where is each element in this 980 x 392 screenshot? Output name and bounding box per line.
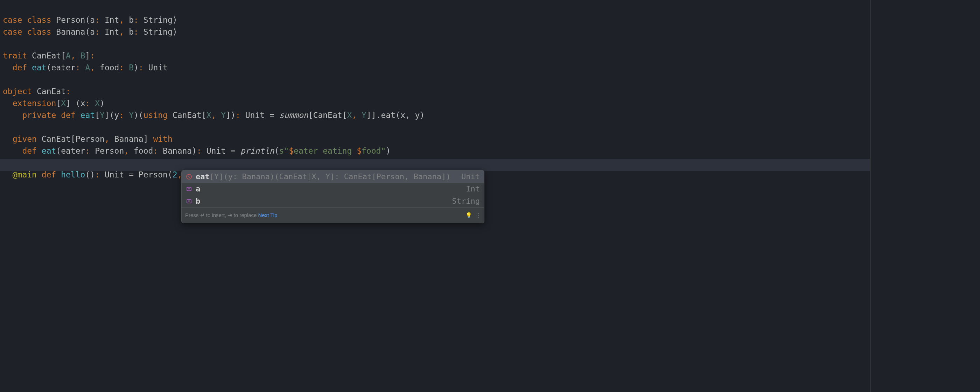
trait-name: CanEat	[32, 51, 61, 60]
type: Int	[105, 15, 119, 24]
type-param: A	[66, 51, 71, 60]
keyword: trait	[3, 51, 27, 60]
completion-label: b	[196, 195, 200, 207]
completion-type: Unit	[457, 171, 480, 183]
keyword: case	[3, 27, 22, 37]
summon-call: summon	[279, 111, 309, 120]
next-tip-link[interactable]: Next Tip	[258, 209, 277, 221]
completion-type: String	[448, 195, 480, 207]
class-name: Person	[56, 15, 85, 24]
keyword: object	[3, 87, 32, 96]
param: b	[129, 15, 134, 24]
keyword: def	[13, 63, 27, 72]
bulb-icon[interactable]: 💡	[466, 209, 472, 221]
main-method: hello	[61, 170, 85, 179]
completion-type: Int	[461, 183, 480, 195]
field-icon: V	[186, 186, 192, 192]
completion-footer: Press ↵ to insert, ⇥ to replace Next Tip…	[181, 207, 484, 223]
field-icon: V	[186, 198, 192, 204]
param: a	[90, 15, 95, 24]
svg-text:V: V	[188, 199, 190, 203]
type: String	[143, 15, 173, 24]
type-param: B	[81, 51, 85, 60]
method-name: eat	[81, 111, 95, 120]
svg-text:V: V	[188, 187, 190, 191]
completion-signature: [Y](y: Banana)(CanEat[X, Y]: CanEat[Pers…	[210, 171, 457, 183]
footer-hint: Press ↵ to insert, ⇥ to replace	[185, 209, 256, 221]
completion-label: eat	[196, 171, 210, 183]
completion-item[interactable]: V b String	[181, 195, 484, 207]
class-name: Banana	[56, 27, 85, 37]
completion-item[interactable]: V a Int	[181, 183, 484, 195]
code-editor[interactable]: case class Person(a: Int, b: String) cas…	[0, 0, 980, 196]
annotation: @main	[13, 170, 37, 179]
keyword: class	[27, 27, 51, 37]
function-error-icon	[186, 174, 192, 180]
keyword: class	[27, 15, 51, 24]
keyword: case	[3, 15, 22, 24]
keyword: extension	[13, 99, 56, 108]
completion-label: a	[196, 183, 200, 195]
method-name: eat	[32, 63, 46, 72]
more-icon[interactable]: ⋮	[476, 209, 480, 221]
completion-item[interactable]: eat[Y](y: Banana)(CanEat[X, Y]: CanEat[P…	[181, 171, 484, 183]
object-name: CanEat	[37, 87, 66, 96]
completion-popup[interactable]: eat[Y](y: Banana)(CanEat[X, Y]: CanEat[P…	[181, 170, 484, 223]
paren: (	[85, 15, 90, 24]
